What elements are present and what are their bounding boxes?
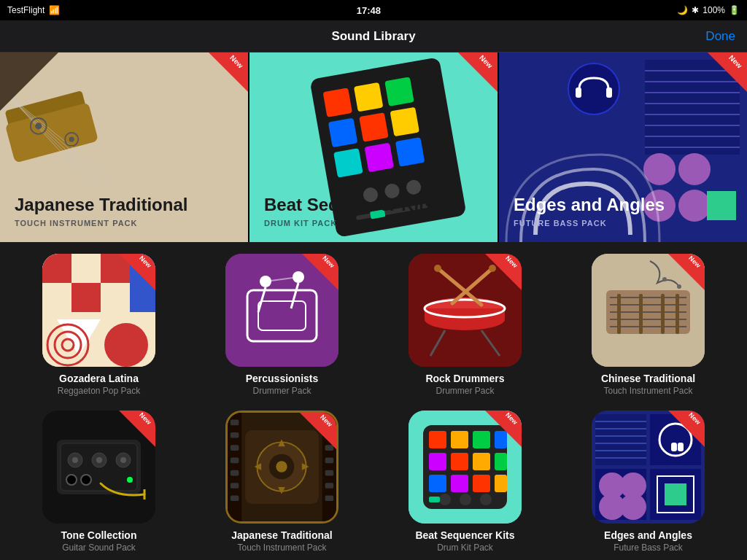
- pack-subtitle-chinese-traditional: Touch Instrument Pack: [603, 386, 692, 396]
- pack-thumb-gozadera: New: [42, 254, 155, 367]
- svg-rect-108: [231, 470, 239, 476]
- svg-rect-13: [354, 82, 384, 112]
- done-button[interactable]: Done: [705, 29, 735, 44]
- svg-rect-143: [429, 497, 440, 502]
- svg-rect-82: [617, 294, 621, 334]
- banner-beat-sequencer[interactable]: New Beat Sequencer Kits DRUM KIT PA: [248, 52, 499, 242]
- pack-thumb-edges-angles-2: New: [592, 411, 705, 524]
- banner-2-title: Beat Sequencer Kits: [264, 195, 483, 216]
- banner-3-title: Edges and Angles: [514, 195, 732, 216]
- svg-rect-105: [231, 432, 239, 438]
- svg-rect-19: [364, 143, 394, 173]
- svg-rect-85: [676, 294, 679, 334]
- svg-point-121: [276, 461, 287, 472]
- pack-subtitle-beat-sequencer-2: Drum Kit Pack: [437, 542, 493, 553]
- svg-rect-132: [429, 453, 446, 470]
- svg-rect-117: [325, 495, 334, 501]
- svg-rect-45: [71, 254, 101, 283]
- svg-rect-139: [495, 475, 507, 492]
- pack-title-gozadera: Gozadera Latina: [59, 373, 139, 384]
- battery-percent: 100%: [703, 5, 725, 15]
- banner-2-subtitle: DRUM KIT PACK: [264, 219, 483, 228]
- svg-point-100: [127, 477, 133, 483]
- bluetooth-icon: ✱: [692, 5, 699, 15]
- pack-item-tone-collection[interactable]: New To: [15, 411, 183, 553]
- svg-rect-107: [231, 458, 239, 464]
- banner-1-subtitle: TOUCH INSTRUMENT PACK: [15, 219, 233, 228]
- svg-rect-135: [495, 453, 507, 470]
- banner-1-title: Japanese Traditional: [15, 195, 233, 216]
- pack-title-rock-drummers: Rock Drummers: [425, 373, 504, 384]
- svg-rect-116: [325, 483, 334, 489]
- pack-title-beat-sequencer-2: Beat Sequencer Kits: [415, 529, 514, 541]
- svg-rect-49: [101, 283, 130, 312]
- svg-rect-155: [678, 443, 684, 451]
- banner-edges-angles[interactable]: New: [499, 52, 747, 242]
- pack-title-japanese-2: Japanese Traditional: [231, 529, 333, 541]
- svg-point-142: [480, 494, 492, 505]
- svg-rect-104: [231, 420, 239, 426]
- pack-thumb-japanese-2: New: [225, 411, 338, 524]
- banner-japanese-traditional[interactable]: New Japanese Traditional TOUCH INSTRUMEN…: [0, 52, 248, 242]
- svg-point-71: [434, 265, 441, 272]
- svg-rect-115: [325, 470, 334, 476]
- svg-rect-128: [429, 431, 446, 448]
- pack-item-percussionists[interactable]: New Percussionists Drummer Pack: [198, 254, 366, 396]
- svg-rect-131: [495, 431, 507, 448]
- svg-rect-26: [645, 60, 740, 155]
- pack-title-percussionists: Percussionists: [246, 373, 319, 384]
- svg-rect-20: [395, 137, 425, 167]
- app-name: TestFlight: [7, 5, 44, 15]
- pack-thumb-beat-sequencer-2: New: [409, 411, 522, 524]
- svg-rect-18: [333, 148, 363, 178]
- svg-rect-154: [671, 443, 677, 451]
- svg-rect-113: [325, 445, 334, 451]
- pack-item-beat-sequencer-2[interactable]: New: [381, 411, 549, 553]
- svg-rect-84: [661, 294, 665, 334]
- pack-subtitle-edges-angles-2: Future Bass Pack: [614, 542, 683, 553]
- svg-rect-41: [576, 88, 581, 98]
- pack-thumb-tone-collection: New: [42, 411, 155, 524]
- svg-rect-133: [451, 453, 468, 470]
- pack-item-rock-drummers[interactable]: New Rock Drummers Drummer Pack: [381, 254, 549, 396]
- svg-rect-138: [473, 475, 490, 492]
- banner-3-subtitle: FUTURE BASS PACK: [514, 219, 732, 228]
- nav-bar: Sound Library Done: [0, 20, 747, 52]
- pack-subtitle-tone-collection: Guitar Sound Pack: [62, 542, 136, 553]
- pack-item-chinese-traditional[interactable]: New Chinese Traditional: [564, 254, 732, 396]
- banner-1-content: Japanese Traditional TOUCH INSTRUMENT PA…: [15, 195, 233, 228]
- pack-thumb-chinese-traditional: New: [592, 254, 705, 367]
- svg-point-87: [677, 284, 681, 289]
- moon-icon: 🌙: [677, 5, 688, 15]
- pack-subtitle-gozadera: Reggaeton Pop Pack: [58, 386, 140, 396]
- svg-point-94: [96, 457, 102, 463]
- svg-point-97: [66, 475, 77, 485]
- svg-point-36: [678, 153, 711, 185]
- pack-title-tone-collection: Tone Collection: [61, 529, 137, 541]
- pack-title-edges-angles-2: Edges and Angles: [604, 529, 692, 541]
- svg-rect-110: [231, 495, 239, 501]
- svg-point-141: [460, 494, 471, 505]
- pack-item-japanese-traditional-2[interactable]: New: [198, 411, 366, 553]
- pack-thumb-percussionists: New: [225, 254, 338, 367]
- pack-item-edges-angles-2[interactable]: New: [564, 411, 732, 553]
- svg-point-96: [120, 457, 126, 463]
- wifi-icon: 📶: [49, 5, 60, 15]
- svg-rect-44: [42, 254, 71, 283]
- banner-3-content: Edges and Angles FUTURE BASS PACK: [514, 195, 732, 228]
- pack-item-gozadera[interactable]: New Gozadera Latina: [15, 254, 183, 396]
- svg-rect-109: [231, 483, 239, 489]
- svg-rect-17: [390, 107, 419, 137]
- status-left: TestFlight 📶: [7, 5, 60, 15]
- svg-point-140: [439, 494, 451, 505]
- pack-subtitle-percussionists: Drummer Pack: [252, 386, 311, 396]
- svg-rect-48: [71, 283, 101, 312]
- svg-rect-106: [231, 445, 239, 451]
- nav-title: Sound Library: [331, 29, 415, 44]
- svg-rect-12: [323, 88, 353, 117]
- status-time: 17:48: [357, 5, 381, 16]
- pack-title-chinese-traditional: Chinese Traditional: [601, 373, 695, 384]
- pack-subtitle-japanese-2: Touch Instrument Pack: [237, 542, 326, 553]
- svg-rect-16: [359, 112, 389, 142]
- status-right: 🌙 ✱ 100% 🔋: [677, 5, 740, 15]
